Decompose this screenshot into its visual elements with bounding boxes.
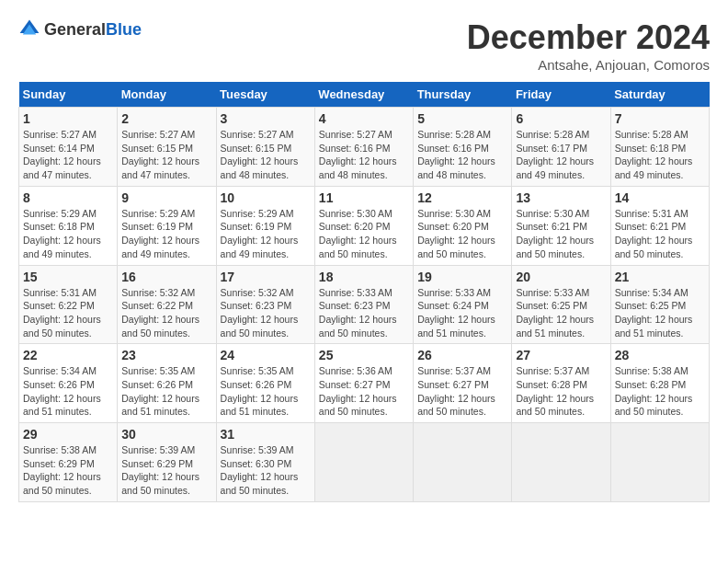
weekday-header-wednesday: Wednesday <box>314 82 413 108</box>
day-detail: Sunrise: 5:39 AMSunset: 6:29 PMDaylight:… <box>121 444 199 496</box>
day-detail: Sunrise: 5:33 AMSunset: 6:24 PMDaylight:… <box>417 287 495 339</box>
calendar-week-row: 29 Sunrise: 5:38 AMSunset: 6:29 PMDaylig… <box>19 423 710 502</box>
logo-icon <box>18 18 40 40</box>
day-detail: Sunrise: 5:27 AMSunset: 6:15 PMDaylight:… <box>121 129 199 180</box>
day-number: 18 <box>319 270 409 284</box>
day-detail: Sunrise: 5:27 AMSunset: 6:14 PMDaylight:… <box>23 129 101 180</box>
calendar-cell: 9 Sunrise: 5:29 AMSunset: 6:19 PMDayligh… <box>118 186 216 265</box>
month-title: December 2024 <box>467 18 710 57</box>
weekday-header-row: SundayMondayTuesdayWednesdayThursdayFrid… <box>19 82 710 108</box>
day-number: 8 <box>23 190 113 205</box>
weekday-header-monday: Monday <box>118 82 216 108</box>
day-number: 10 <box>221 190 311 205</box>
day-detail: Sunrise: 5:38 AMSunset: 6:28 PMDaylight:… <box>615 365 693 417</box>
day-number: 29 <box>23 427 113 442</box>
logo: GeneralBlue <box>18 18 142 40</box>
calendar-week-row: 8 Sunrise: 5:29 AMSunset: 6:18 PMDayligh… <box>19 186 710 265</box>
calendar-cell: 1 Sunrise: 5:27 AMSunset: 6:14 PMDayligh… <box>19 108 118 187</box>
day-number: 22 <box>23 348 113 362</box>
calendar-cell: 14 Sunrise: 5:31 AMSunset: 6:21 PMDaylig… <box>610 186 709 265</box>
day-number: 5 <box>417 111 507 126</box>
day-detail: Sunrise: 5:30 AMSunset: 6:20 PMDaylight:… <box>319 208 397 259</box>
calendar-cell: 8 Sunrise: 5:29 AMSunset: 6:18 PMDayligh… <box>19 186 118 265</box>
day-detail: Sunrise: 5:32 AMSunset: 6:22 PMDaylight:… <box>121 287 199 339</box>
day-number: 26 <box>417 348 507 362</box>
calendar-cell: 5 Sunrise: 5:28 AMSunset: 6:16 PMDayligh… <box>414 108 512 187</box>
day-detail: Sunrise: 5:32 AMSunset: 6:23 PMDaylight:… <box>221 287 299 339</box>
calendar-cell: 17 Sunrise: 5:32 AMSunset: 6:23 PMDaylig… <box>216 265 314 344</box>
location-subtitle: Antsahe, Anjouan, Comoros <box>467 57 710 73</box>
calendar-cell: 31 Sunrise: 5:39 AMSunset: 6:30 PMDaylig… <box>216 423 314 502</box>
calendar-cell <box>512 423 610 502</box>
day-number: 20 <box>516 270 606 284</box>
calendar-cell: 19 Sunrise: 5:33 AMSunset: 6:24 PMDaylig… <box>414 265 512 344</box>
page-header: GeneralBlue December 2024 Antsahe, Anjou… <box>18 18 710 73</box>
day-detail: Sunrise: 5:39 AMSunset: 6:30 PMDaylight:… <box>221 444 299 496</box>
calendar-cell: 15 Sunrise: 5:31 AMSunset: 6:22 PMDaylig… <box>19 265 118 344</box>
calendar-week-row: 22 Sunrise: 5:34 AMSunset: 6:26 PMDaylig… <box>19 344 710 423</box>
day-detail: Sunrise: 5:36 AMSunset: 6:27 PMDaylight:… <box>319 365 397 417</box>
calendar-table: SundayMondayTuesdayWednesdayThursdayFrid… <box>18 82 710 502</box>
day-detail: Sunrise: 5:38 AMSunset: 6:29 PMDaylight:… <box>23 444 101 496</box>
calendar-cell: 3 Sunrise: 5:27 AMSunset: 6:15 PMDayligh… <box>216 108 314 187</box>
day-number: 23 <box>121 348 211 362</box>
calendar-cell: 18 Sunrise: 5:33 AMSunset: 6:23 PMDaylig… <box>314 265 413 344</box>
day-detail: Sunrise: 5:27 AMSunset: 6:15 PMDaylight:… <box>221 129 299 180</box>
calendar-cell: 27 Sunrise: 5:37 AMSunset: 6:28 PMDaylig… <box>512 344 610 423</box>
day-detail: Sunrise: 5:29 AMSunset: 6:19 PMDaylight:… <box>221 208 299 259</box>
calendar-cell: 6 Sunrise: 5:28 AMSunset: 6:17 PMDayligh… <box>512 108 610 187</box>
logo-blue: Blue <box>106 20 142 39</box>
calendar-cell <box>314 423 413 502</box>
calendar-cell: 29 Sunrise: 5:38 AMSunset: 6:29 PMDaylig… <box>19 423 118 502</box>
weekday-header-thursday: Thursday <box>414 82 512 108</box>
day-detail: Sunrise: 5:28 AMSunset: 6:17 PMDaylight:… <box>516 129 594 180</box>
day-number: 14 <box>615 190 705 205</box>
day-number: 4 <box>319 111 409 126</box>
calendar-week-row: 15 Sunrise: 5:31 AMSunset: 6:22 PMDaylig… <box>19 265 710 344</box>
calendar-cell: 22 Sunrise: 5:34 AMSunset: 6:26 PMDaylig… <box>19 344 118 423</box>
logo-general: General <box>44 20 106 39</box>
day-detail: Sunrise: 5:37 AMSunset: 6:27 PMDaylight:… <box>417 365 495 417</box>
calendar-cell: 21 Sunrise: 5:34 AMSunset: 6:25 PMDaylig… <box>610 265 709 344</box>
day-detail: Sunrise: 5:28 AMSunset: 6:16 PMDaylight:… <box>417 129 495 180</box>
calendar-cell: 20 Sunrise: 5:33 AMSunset: 6:25 PMDaylig… <box>512 265 610 344</box>
calendar-cell: 30 Sunrise: 5:39 AMSunset: 6:29 PMDaylig… <box>118 423 216 502</box>
calendar-cell: 16 Sunrise: 5:32 AMSunset: 6:22 PMDaylig… <box>118 265 216 344</box>
day-detail: Sunrise: 5:35 AMSunset: 6:26 PMDaylight:… <box>121 365 199 417</box>
day-detail: Sunrise: 5:31 AMSunset: 6:21 PMDaylight:… <box>615 208 693 259</box>
day-number: 31 <box>221 427 311 442</box>
calendar-cell: 13 Sunrise: 5:30 AMSunset: 6:21 PMDaylig… <box>512 186 610 265</box>
calendar-cell: 7 Sunrise: 5:28 AMSunset: 6:18 PMDayligh… <box>610 108 709 187</box>
calendar-cell <box>610 423 709 502</box>
day-detail: Sunrise: 5:30 AMSunset: 6:20 PMDaylight:… <box>417 208 495 259</box>
day-detail: Sunrise: 5:35 AMSunset: 6:26 PMDaylight:… <box>221 365 299 417</box>
day-number: 11 <box>319 190 409 205</box>
title-area: December 2024 Antsahe, Anjouan, Comoros <box>467 18 710 73</box>
calendar-cell: 10 Sunrise: 5:29 AMSunset: 6:19 PMDaylig… <box>216 186 314 265</box>
day-detail: Sunrise: 5:29 AMSunset: 6:19 PMDaylight:… <box>121 208 199 259</box>
day-number: 7 <box>615 111 705 126</box>
calendar-cell: 2 Sunrise: 5:27 AMSunset: 6:15 PMDayligh… <box>118 108 216 187</box>
calendar-cell: 26 Sunrise: 5:37 AMSunset: 6:27 PMDaylig… <box>414 344 512 423</box>
day-detail: Sunrise: 5:37 AMSunset: 6:28 PMDaylight:… <box>516 365 594 417</box>
day-number: 6 <box>516 111 606 126</box>
day-number: 28 <box>615 348 705 362</box>
day-number: 16 <box>121 270 211 284</box>
day-detail: Sunrise: 5:27 AMSunset: 6:16 PMDaylight:… <box>319 129 397 180</box>
calendar-cell: 25 Sunrise: 5:36 AMSunset: 6:27 PMDaylig… <box>314 344 413 423</box>
day-number: 9 <box>121 190 211 205</box>
day-detail: Sunrise: 5:31 AMSunset: 6:22 PMDaylight:… <box>23 287 101 339</box>
day-number: 2 <box>121 111 211 126</box>
calendar-cell: 4 Sunrise: 5:27 AMSunset: 6:16 PMDayligh… <box>314 108 413 187</box>
weekday-header-friday: Friday <box>512 82 610 108</box>
weekday-header-saturday: Saturday <box>610 82 709 108</box>
day-number: 17 <box>221 270 311 284</box>
day-detail: Sunrise: 5:30 AMSunset: 6:21 PMDaylight:… <box>516 208 594 259</box>
day-detail: Sunrise: 5:29 AMSunset: 6:18 PMDaylight:… <box>23 208 101 259</box>
day-number: 12 <box>417 190 507 205</box>
day-detail: Sunrise: 5:33 AMSunset: 6:23 PMDaylight:… <box>319 287 397 339</box>
day-number: 13 <box>516 190 606 205</box>
calendar-cell: 24 Sunrise: 5:35 AMSunset: 6:26 PMDaylig… <box>216 344 314 423</box>
calendar-cell: 11 Sunrise: 5:30 AMSunset: 6:20 PMDaylig… <box>314 186 413 265</box>
day-detail: Sunrise: 5:33 AMSunset: 6:25 PMDaylight:… <box>516 287 594 339</box>
